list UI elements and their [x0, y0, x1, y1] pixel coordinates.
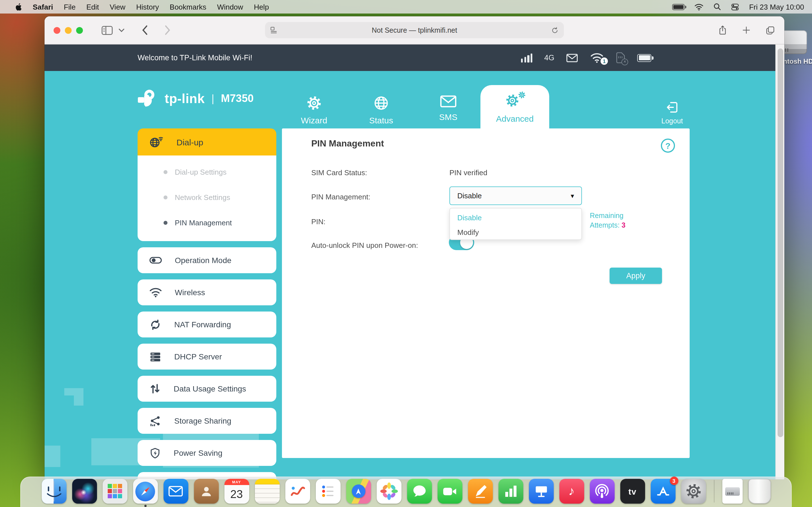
wifi-icon[interactable]	[695, 3, 704, 10]
spotlight-search-icon[interactable]	[714, 3, 721, 11]
drive-icon	[725, 487, 740, 496]
scrollbar-track	[775, 45, 784, 480]
sidebar-toggle-icon[interactable]	[101, 25, 113, 35]
dock-pages[interactable]	[468, 479, 493, 504]
server-stack-icon	[149, 350, 162, 363]
menu-item-view[interactable]: View	[110, 3, 125, 11]
sd-card-disabled-icon: ×	[616, 52, 625, 64]
dock-calendar[interactable]: MAY 23	[224, 479, 249, 504]
sidebar-subitem-label: PIN Management	[175, 219, 232, 227]
tab-sms[interactable]: SMS	[414, 95, 482, 122]
share-icon[interactable]	[718, 25, 727, 36]
double-gear-icon	[505, 93, 525, 110]
menu-item-history[interactable]: History	[136, 3, 159, 11]
dock-photos[interactable]	[376, 479, 401, 504]
dock-finder[interactable]	[42, 479, 66, 504]
zoom-window-button[interactable]	[76, 27, 83, 34]
dock-launchpad[interactable]	[102, 479, 127, 504]
dock-podcasts[interactable]	[590, 479, 614, 504]
tplink-logo-mark	[137, 87, 160, 110]
signal-strength-icon	[521, 53, 532, 62]
dock-apple-tv[interactable]: tv	[620, 479, 645, 504]
menu-clock[interactable]: Fri 23 May 10:00	[749, 3, 804, 11]
sidebar-item-pin-management[interactable]: PIN Management	[138, 210, 276, 235]
apply-button[interactable]: Apply	[610, 268, 662, 284]
reload-icon[interactable]	[551, 26, 559, 34]
control-center-icon[interactable]	[731, 3, 740, 11]
logout-button[interactable]: Logout	[651, 100, 694, 125]
sidebar-subitem-label: Network Settings	[175, 193, 231, 202]
pin-management-select[interactable]: Disable ▼	[449, 186, 582, 205]
menu-item-bookmarks[interactable]: Bookmarks	[170, 3, 206, 11]
sidebar-item-label: Data Usage Settings	[174, 384, 246, 393]
menu-item-file[interactable]: File	[64, 3, 75, 11]
tab-label: Status	[369, 115, 393, 125]
dock-siri[interactable]	[72, 479, 97, 504]
dock-reminders[interactable]	[315, 479, 340, 504]
help-icon[interactable]: ?	[661, 138, 675, 153]
dock-numbers[interactable]	[498, 479, 523, 504]
sidebar-item-nat-forwarding[interactable]: NAT Forwarding	[138, 312, 276, 337]
sidebar-item-power-saving[interactable]: Power Saving	[138, 440, 276, 466]
music-note-glyph: ♪	[568, 484, 574, 499]
forward-button[interactable]	[165, 25, 171, 36]
sidebar-item-dialup-settings[interactable]: Dial-up Settings	[138, 159, 276, 185]
dock-mail[interactable]	[163, 479, 188, 504]
notification-badge: 3	[670, 476, 678, 485]
battery-icon[interactable]	[672, 4, 685, 10]
sidebar-item-network-settings[interactable]: Network Settings	[138, 185, 276, 210]
device-status-bar: Welcome to TP-Link Mobile Wi-Fi! 4G 1	[45, 45, 784, 71]
back-button[interactable]	[142, 25, 148, 36]
menu-item-edit[interactable]: Edit	[86, 3, 99, 11]
tab-advanced[interactable]: Advanced	[480, 85, 549, 128]
page-format-icon[interactable]	[270, 26, 277, 34]
tab-wizard[interactable]: Wizard	[280, 95, 348, 125]
tv-glyph: tv	[628, 487, 637, 496]
apple-menu-icon[interactable]	[15, 2, 23, 11]
dropdown-option-disable[interactable]: Disable	[450, 210, 581, 225]
chevron-down-icon[interactable]	[118, 28, 124, 33]
dock-facetime[interactable]	[437, 479, 462, 504]
tab-status[interactable]: Status	[347, 95, 415, 125]
dock-system-settings[interactable]	[681, 479, 706, 504]
new-tab-icon[interactable]	[742, 26, 751, 34]
share-nodes-icon	[149, 414, 162, 427]
sidebar-item-dhcp-server[interactable]: DHCP Server	[138, 344, 276, 370]
menu-app-name[interactable]: Safari	[33, 3, 53, 11]
dock-music[interactable]: ♪	[559, 479, 584, 504]
scrollbar-thumb[interactable]	[777, 48, 783, 437]
dock-maps[interactable]	[346, 479, 371, 504]
dropdown-option-modify[interactable]: Modify	[450, 225, 581, 239]
circular-arrows-icon	[149, 318, 162, 331]
sidebar-item-operation-mode[interactable]: Operation Mode	[138, 247, 276, 273]
sidebar-item-wireless[interactable]: Wireless	[138, 279, 276, 305]
dock-keynote[interactable]	[529, 479, 553, 504]
brand-divider: |	[211, 93, 214, 105]
dock-freeform[interactable]	[285, 479, 310, 504]
dialup-globe-icon	[149, 135, 164, 149]
address-bar[interactable]: Not Secure — tplinkmifi.net	[265, 22, 564, 38]
compass-icon	[135, 482, 155, 501]
sidebar-item-storage-sharing[interactable]: Storage Sharing	[138, 408, 276, 434]
close-window-button[interactable]	[54, 27, 60, 34]
deco-block	[45, 446, 60, 467]
dock-messages[interactable]	[407, 479, 432, 504]
sidebar-item-dialup[interactable]: Dial-up	[138, 128, 276, 156]
dock-notes[interactable]	[255, 479, 280, 504]
menu-item-help[interactable]: Help	[254, 3, 269, 11]
dock-app-store[interactable]: 3	[651, 479, 675, 504]
sim-status-label: SIM Card Status:	[311, 168, 367, 177]
dock-disk-image[interactable]	[722, 479, 742, 504]
calendar-month: MAY	[224, 479, 249, 485]
select-value: Disable	[457, 191, 482, 200]
sidebar-item-data-usage-settings[interactable]: Data Usage Settings	[138, 376, 276, 402]
menu-item-window[interactable]: Window	[217, 3, 243, 11]
tab-overview-icon[interactable]	[765, 25, 775, 35]
page-title: PIN Management	[311, 138, 384, 149]
calendar-day: 23	[224, 485, 249, 504]
minimize-window-button[interactable]	[65, 27, 71, 34]
dock-safari[interactable]	[133, 479, 158, 504]
dock-trash[interactable]	[748, 479, 770, 504]
dock-contacts[interactable]	[194, 479, 218, 504]
network-type-label: 4G	[544, 54, 554, 62]
